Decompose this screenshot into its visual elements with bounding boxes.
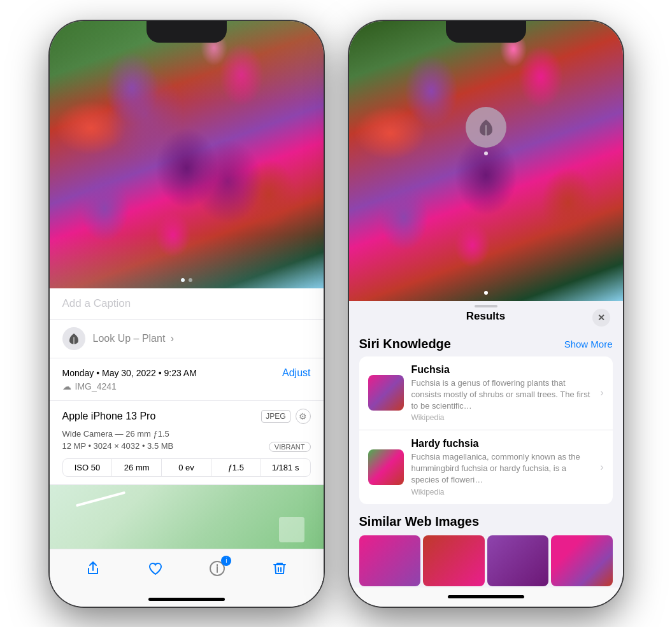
right-screen: Results ✕ Siri Knowledge Show More (349, 21, 623, 607)
knowledge-item-hardy[interactable]: Hardy fuchsia Fuchsia magellanica, commo… (359, 430, 613, 504)
meta-section: Monday • May 30, 2022 • 9:23 AM Adjust ☁… (50, 358, 324, 401)
iso-row: ISO 50 26 mm 0 ev ƒ1.5 1/181 s (62, 458, 311, 477)
left-phone-screen: Add a Caption Look Up – Plant › (50, 21, 324, 607)
lookup-prefix: Look Up – (93, 333, 139, 344)
share-button[interactable] (82, 557, 104, 580)
lookup-label: Look Up – Plant › (93, 333, 175, 344)
adjust-button[interactable]: Adjust (282, 367, 310, 379)
web-image-2[interactable] (423, 535, 485, 586)
hardy-text: Hardy fuchsia Fuchsia magellanica, commo… (411, 438, 593, 497)
vibrant-badge: VIBRANT (269, 442, 311, 452)
favorite-button[interactable] (144, 557, 167, 580)
map-thumbnail[interactable] (50, 485, 324, 549)
results-title: Results (466, 310, 505, 323)
knowledge-card: Fuchsia Fuchsia is a genus of flowering … (359, 356, 613, 504)
cloud-icon: ☁ (62, 381, 71, 391)
hardy-chevron: › (600, 461, 603, 473)
hardy-desc: Fuchsia magellanica, commonly known as t… (411, 451, 593, 486)
web-image-4[interactable] (551, 535, 613, 586)
leaf-siri-icon (476, 117, 496, 137)
iso-cell-2: 0 ev (162, 459, 211, 476)
lookup-chevron: › (168, 333, 174, 344)
leaf-icon (68, 332, 80, 345)
caption-row[interactable]: Add a Caption (50, 288, 324, 320)
info-badge: i (221, 556, 231, 566)
delete-button[interactable] (268, 557, 291, 580)
web-image-3[interactable] (487, 535, 549, 586)
dot-r-1 (484, 291, 488, 295)
notch-right (446, 21, 526, 43)
iso-cell-0: ISO 50 (63, 459, 113, 476)
home-indicator (50, 593, 324, 607)
drag-handle (475, 305, 497, 307)
meta-date-row: Monday • May 30, 2022 • 9:23 AM Adjust (62, 367, 311, 379)
siri-dot (484, 151, 488, 155)
web-images-title: Similar Web Images (359, 514, 613, 529)
lookup-subject: Plant (139, 333, 165, 344)
info-button[interactable]: i (206, 557, 229, 580)
results-content: Siri Knowledge Show More Fuchsia Fuchsia… (349, 329, 623, 588)
fuchsia-chevron: › (600, 387, 603, 398)
device-name: Apple iPhone 13 Pro (62, 411, 156, 422)
meta-filename-row: ☁ IMG_4241 (62, 381, 311, 391)
dot-2 (189, 278, 192, 282)
lookup-row[interactable]: Look Up – Plant › (50, 320, 324, 358)
toolbar: i (50, 549, 324, 593)
hardy-name: Hardy fuchsia (411, 438, 593, 449)
left-screen: Add a Caption Look Up – Plant › (50, 21, 324, 593)
fuchsia-source: Wikipedia (411, 413, 593, 422)
results-panel: Results ✕ Siri Knowledge Show More (349, 301, 623, 588)
info-panel: Add a Caption Look Up – Plant › (50, 288, 324, 593)
gear-icon[interactable]: ⚙ (296, 409, 311, 424)
knowledge-item-fuchsia[interactable]: Fuchsia Fuchsia is a genus of flowering … (359, 356, 613, 430)
right-phone: Results ✕ Siri Knowledge Show More (349, 21, 623, 607)
device-badges: JPEG ⚙ (261, 409, 310, 424)
notch (147, 21, 227, 43)
web-images-section: Similar Web Images (359, 514, 613, 586)
home-bar (148, 598, 225, 601)
leaf-icon-circle (62, 327, 85, 350)
iso-cell-4: 1/181 s (261, 459, 310, 476)
camera-storage: 12 MP • 3024 × 4032 • 3.5 MB (62, 441, 174, 451)
filename: IMG_4241 (75, 381, 117, 391)
spec-row: 12 MP • 3024 × 4032 • 3.5 MB VIBRANT (62, 441, 311, 453)
hardy-source: Wikipedia (411, 488, 593, 497)
home-bar-right (448, 595, 524, 598)
page-dots-right (484, 291, 488, 295)
fuchsia-text: Fuchsia Fuchsia is a genus of flowering … (411, 364, 593, 423)
flower-photo-left[interactable] (50, 21, 324, 288)
camera-specs: Wide Camera — 26 mm ƒ1.5 (62, 429, 311, 439)
fuchsia-thumbnail (368, 375, 404, 411)
iso-cell-3: ƒ1.5 (211, 459, 261, 476)
siri-knowledge-title: Siri Knowledge (359, 337, 451, 351)
caption-placeholder[interactable]: Add a Caption (62, 297, 131, 309)
meta-date: Monday • May 30, 2022 • 9:23 AM (62, 368, 197, 378)
home-indicator-right (349, 588, 623, 607)
device-row: Apple iPhone 13 Pro JPEG ⚙ (62, 409, 311, 424)
siri-knowledge-header: Siri Knowledge Show More (359, 337, 613, 351)
device-section: Apple iPhone 13 Pro JPEG ⚙ Wide Camera —… (50, 401, 324, 485)
web-image-1[interactable] (359, 535, 421, 586)
right-phone-screen: Results ✕ Siri Knowledge Show More (349, 21, 623, 607)
fuchsia-desc: Fuchsia is a genus of flowering plants t… (411, 377, 593, 412)
iso-cell-1: 26 mm (112, 459, 162, 476)
close-button[interactable]: ✕ (592, 309, 610, 327)
show-more-button[interactable]: Show More (564, 339, 613, 349)
left-phone: Add a Caption Look Up – Plant › (50, 21, 324, 607)
web-images-row (359, 535, 613, 586)
hardy-thumbnail (368, 449, 404, 485)
flower-photo-right[interactable] (349, 21, 623, 301)
siri-circle (466, 107, 506, 148)
fuchsia-name: Fuchsia (411, 364, 593, 376)
results-header: Results ✕ (349, 301, 623, 329)
dot-1 (181, 278, 185, 282)
page-dots (181, 278, 192, 282)
jpeg-badge: JPEG (261, 410, 290, 423)
